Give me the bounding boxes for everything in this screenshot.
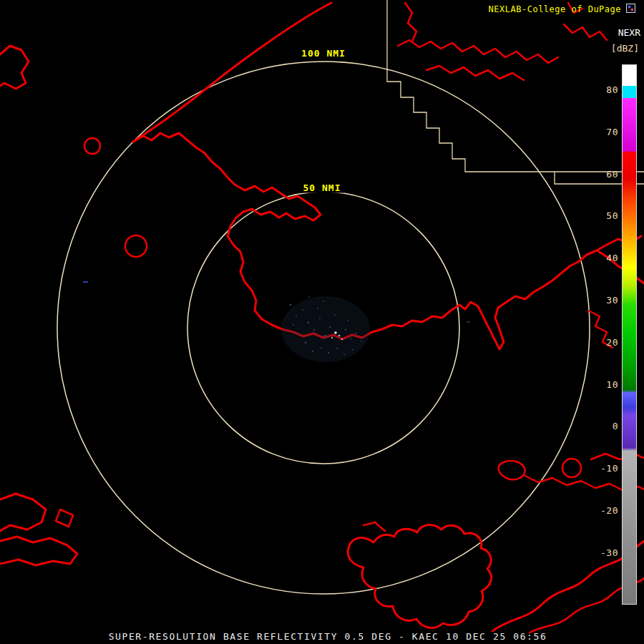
radar-display: 100 NMI 50 NMI NEXLAB-College of DuPage … <box>0 0 644 644</box>
colorbar-tick: 20 <box>606 336 618 347</box>
colorbar-units-label: [dBZ] <box>611 43 639 54</box>
range-ring-label-50nmi: 50 NMI <box>301 182 344 193</box>
product-code-label: NEXR <box>618 27 640 38</box>
coastline-arc <box>133 3 331 142</box>
lake-circle-right <box>562 459 581 477</box>
colorbar-tick: 10 <box>606 379 618 389</box>
colorbar-tick-labels: 80706050403020100-10-20-30 <box>592 64 618 605</box>
colorbar-tick: 50 <box>606 210 618 221</box>
colorbar-tick: -10 <box>600 463 618 474</box>
radar-map <box>0 0 644 644</box>
colorbar-tick: 40 <box>606 253 618 263</box>
product-caption: SUPER-RESOLUTION BASE REFLECTIVITY 0.5 D… <box>109 631 547 642</box>
colorbar-tick: -30 <box>600 547 618 557</box>
reflectivity-colorbar <box>622 64 637 605</box>
colorbar-tick: 30 <box>606 295 618 306</box>
range-ring-label-100nmi: 100 NMI <box>298 48 348 59</box>
broken-image-icon <box>626 4 635 13</box>
echo-haze <box>281 296 370 362</box>
colorbar-tick: -20 <box>600 505 618 516</box>
radar-echoes-bright <box>83 281 470 340</box>
colorbar-tick: 0 <box>613 421 618 431</box>
site-credit: NEXLAB-College of DuPage <box>489 4 621 14</box>
colorbar-tick: 70 <box>606 126 618 137</box>
colorbar-tick: 60 <box>606 168 618 179</box>
lake-circle-small <box>84 138 100 154</box>
lake-circle-large <box>125 235 147 257</box>
coastline-main <box>133 133 607 349</box>
colorbar-tick: 80 <box>606 84 618 95</box>
